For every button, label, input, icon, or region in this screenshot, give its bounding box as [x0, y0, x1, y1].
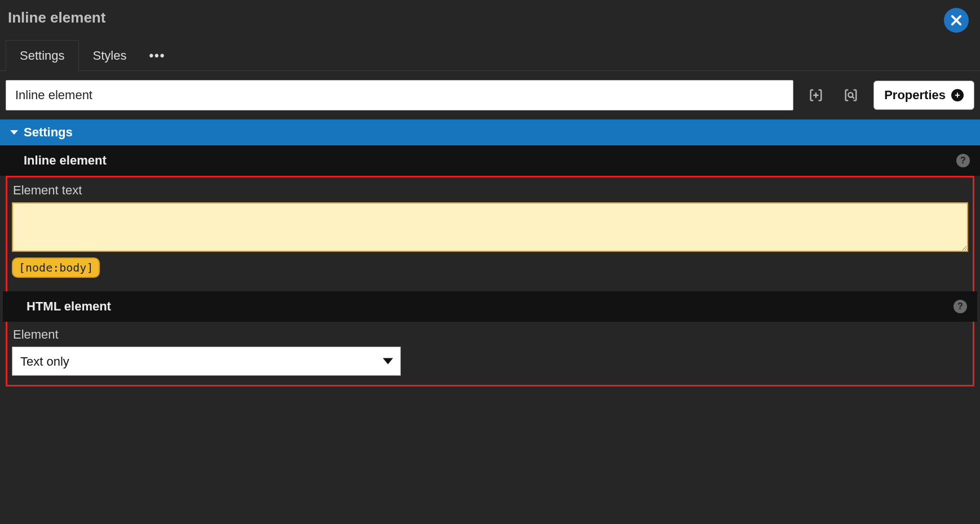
token-chip-node-body[interactable]: [node:body]	[12, 257, 100, 278]
add-element-button[interactable]	[804, 83, 828, 108]
element-text-label: Element text	[12, 182, 968, 202]
settings-section-label: Settings	[24, 125, 73, 140]
inline-element-subheader-title: Inline element	[24, 153, 107, 168]
plus-circle-icon: +	[951, 89, 964, 101]
search-bracket-icon	[843, 87, 859, 103]
close-icon	[950, 14, 963, 26]
help-icon[interactable]: ?	[953, 300, 967, 313]
tab-settings[interactable]: Settings	[6, 40, 79, 71]
element-select-field: Element Text only	[7, 322, 973, 385]
properties-button[interactable]: Properties +	[873, 81, 974, 110]
caret-down-icon	[10, 130, 18, 135]
tab-more[interactable]: •••	[140, 40, 177, 71]
settings-section-header[interactable]: Settings	[0, 119, 980, 145]
html-element-subheader-title: HTML element	[27, 299, 111, 314]
element-title-input[interactable]	[6, 80, 793, 110]
highlighted-settings-box: Element text [node:body] HTML element ? …	[6, 176, 974, 387]
html-element-subheader: HTML element ?	[3, 291, 977, 322]
inline-element-panel: Inline element Settings Styles ••• Prope…	[0, 0, 980, 387]
panel-header: Inline element	[0, 0, 980, 33]
properties-button-label: Properties	[884, 88, 946, 103]
add-bracket-icon	[808, 87, 824, 103]
tab-styles[interactable]: Styles	[79, 40, 141, 71]
element-select-label: Element	[12, 326, 968, 347]
help-icon[interactable]: ?	[956, 154, 970, 167]
element-select-wrap: Text only	[12, 347, 401, 376]
toolbar: Properties +	[0, 71, 980, 119]
tabs: Settings Styles •••	[0, 39, 980, 71]
svg-point-0	[849, 92, 853, 97]
search-element-button[interactable]	[838, 83, 863, 108]
element-text-textarea[interactable]	[12, 202, 968, 252]
close-button[interactable]	[944, 8, 969, 33]
element-text-field: Element text [node:body]	[7, 177, 973, 287]
panel-title: Inline element	[8, 9, 105, 30]
inline-element-subheader: Inline element ?	[0, 145, 980, 176]
element-select[interactable]: Text only	[12, 347, 401, 376]
